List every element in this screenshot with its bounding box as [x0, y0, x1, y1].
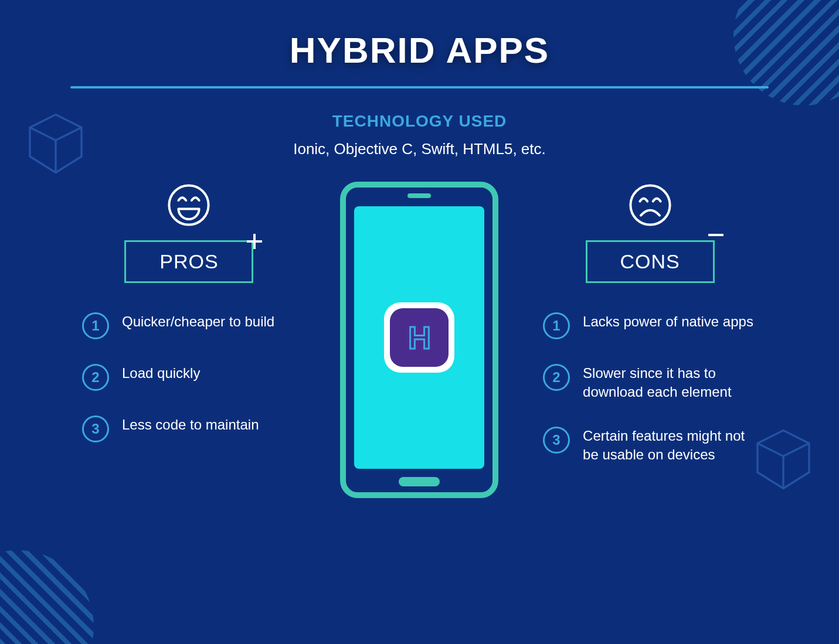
cons-item-text: Certain features might not be usable on …	[583, 427, 759, 465]
phone-illustration: H	[340, 182, 498, 498]
cons-item-text: Slower since it has to download each ele…	[583, 364, 759, 402]
list-item: 2 Slower since it has to download each e…	[543, 364, 769, 402]
list-item: 3 Less code to maintain	[82, 415, 308, 442]
divider-line	[70, 86, 769, 88]
phone-column: H	[308, 182, 531, 498]
decoration-stripes-top-right	[733, 0, 839, 105]
pros-item-text: Less code to maintain	[122, 415, 259, 434]
app-icon: H	[384, 302, 454, 373]
cons-label-box: CONS	[586, 240, 715, 283]
technology-heading: TECHNOLOGY USED	[0, 112, 839, 131]
cons-list: 1 Lacks power of native apps 2 Slower si…	[531, 312, 769, 465]
pros-column: PROS 1 Quicker/cheaper to build 2 Load q…	[70, 182, 308, 467]
bullet-number-icon: 3	[543, 427, 570, 454]
phone-home-button-icon	[399, 477, 440, 486]
app-icon-inner: H	[390, 308, 449, 367]
main-columns: PROS 1 Quicker/cheaper to build 2 Load q…	[0, 158, 839, 498]
cons-item-text: Lacks power of native apps	[583, 312, 753, 331]
cube-outline-icon	[23, 111, 88, 176]
app-icon-letter: H	[408, 319, 431, 356]
list-item: 2 Load quickly	[82, 364, 308, 391]
bullet-number-icon: 2	[543, 364, 570, 391]
list-item: 3 Certain features might not be usable o…	[543, 427, 769, 465]
pros-label-box: PROS	[124, 240, 253, 283]
cube-outline-icon	[751, 427, 816, 492]
sad-face-icon	[627, 182, 674, 229]
page-title: HYBRID APPS	[0, 0, 839, 71]
cons-column: CONS 1 Lacks power of native apps 2 Slow…	[531, 182, 769, 489]
bullet-number-icon: 3	[82, 415, 109, 442]
phone-screen: H	[354, 206, 484, 469]
technology-body: Ionic, Objective C, Swift, HTML5, etc.	[0, 140, 839, 158]
svg-point-5	[630, 185, 670, 224]
bullet-number-icon: 1	[543, 312, 570, 339]
happy-face-icon	[165, 182, 212, 229]
bullet-number-icon: 1	[82, 312, 109, 339]
bullet-number-icon: 2	[82, 364, 109, 391]
phone-speaker-icon	[407, 193, 431, 198]
list-item: 1 Quicker/cheaper to build	[82, 312, 308, 339]
pros-item-text: Load quickly	[122, 364, 200, 383]
pros-list: 1 Quicker/cheaper to build 2 Load quickl…	[70, 312, 308, 442]
decoration-stripes-bottom-left	[0, 550, 94, 644]
list-item: 1 Lacks power of native apps	[543, 312, 769, 339]
pros-item-text: Quicker/cheaper to build	[122, 312, 274, 331]
